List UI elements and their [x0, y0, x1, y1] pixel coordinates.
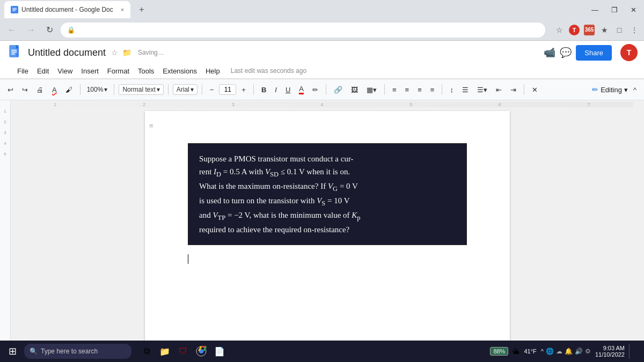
ms365-icon[interactable]: 365 — [584, 25, 595, 35]
user-avatar[interactable]: T — [620, 44, 638, 61]
reload-btn[interactable]: ↻ — [43, 23, 56, 37]
clear-format-btn[interactable]: ✕ — [529, 84, 541, 95]
browser-tab[interactable]: Untitled document - Google Doc × — [4, 1, 130, 18]
align-center-btn[interactable]: ≡ — [402, 84, 413, 95]
file-explorer-icon[interactable]: 📁 — [157, 344, 172, 359]
font-select[interactable]: Arial ▾ — [173, 84, 197, 95]
style-arrow: ▾ — [157, 86, 160, 93]
ruler-left: 1 2 3 4 5 — [0, 100, 11, 362]
indent-less-btn[interactable]: ⇤ — [493, 84, 505, 95]
style-select[interactable]: Normal text ▾ — [119, 84, 163, 95]
tray-arrow[interactable]: ^ — [541, 348, 544, 354]
editing-badge[interactable]: ✏ Editing ▾ — [592, 85, 628, 94]
comments-icon[interactable]: 💬 — [560, 47, 572, 58]
menu-insert[interactable]: Insert — [77, 65, 103, 77]
show-desktop-btn[interactable] — [629, 344, 640, 359]
spellcheck-btn[interactable]: A — [49, 84, 60, 95]
user-avatar-small: T — [569, 25, 580, 35]
doc-folder-icon[interactable]: 📁 — [122, 48, 131, 57]
menu-extensions[interactable]: Extensions — [158, 65, 201, 77]
font-size-plus-btn[interactable]: + — [238, 84, 249, 95]
font-size-minus-btn[interactable]: − — [207, 84, 217, 95]
doc-title[interactable]: Untitled document — [28, 47, 106, 58]
svg-rect-8 — [11, 51, 17, 53]
zoom-select[interactable]: 100% ▾ — [85, 85, 110, 94]
start-button[interactable]: ⊞ — [4, 343, 21, 359]
settings-icon[interactable]: ⚙ — [585, 348, 591, 355]
taskbar-right: 88% 🌥 41°F ^ 🌐 ☁ 🔔 🔊 ⚙ 9:03 AM 11/10/202… — [490, 344, 640, 359]
notifications-icon[interactable]: 🔔 — [565, 348, 573, 355]
line-spacing-btn[interactable]: ↕ — [447, 84, 457, 95]
forward-btn[interactable]: → — [24, 23, 39, 37]
bold-btn[interactable]: B — [258, 84, 269, 95]
menu-file[interactable]: File — [13, 65, 33, 77]
tab-close-btn[interactable]: × — [121, 6, 124, 13]
image-btn2[interactable]: ▦▾ — [363, 84, 380, 95]
security-icon[interactable]: 🛡 — [175, 344, 191, 359]
image-btn[interactable]: 🖼 — [348, 84, 361, 95]
zoom-value: 100% — [87, 86, 104, 93]
font-color-btn[interactable]: A — [296, 83, 307, 96]
list-check-btn[interactable]: ☰ — [459, 84, 472, 95]
separator4 — [202, 84, 202, 95]
back-btn[interactable]: ← — [4, 23, 19, 37]
align-left-btn[interactable]: ≡ — [389, 84, 400, 95]
doc-star-icon[interactable]: ☆ — [111, 48, 118, 57]
profile-icon[interactable]: T — [569, 25, 580, 35]
font-size-input[interactable] — [219, 84, 236, 95]
time-area: 9:03 AM 11/10/2022 — [595, 345, 625, 358]
battery-percent: 88% — [490, 347, 508, 356]
document-text-p1: Suppose a PMOS transistor must conduct a… — [199, 152, 456, 236]
last-edit-status: Last edit was seconds ago — [231, 67, 306, 75]
taskbar-search[interactable]: 🔍 Type here to search — [24, 344, 131, 359]
print-btn[interactable]: 🖨 — [33, 84, 47, 95]
extension2-icon[interactable]: □ — [614, 25, 625, 35]
justify-btn[interactable]: ≡ — [427, 84, 438, 95]
volume-icon[interactable]: 🔊 — [575, 348, 583, 355]
extension1-icon[interactable]: ★ — [599, 25, 610, 35]
svg-rect-7 — [11, 50, 17, 51]
network-icon[interactable]: 🌐 — [546, 348, 554, 355]
list-type-btn[interactable]: ☰▾ — [474, 84, 491, 95]
italic-btn[interactable]: I — [272, 84, 280, 95]
win-minimize-btn[interactable]: — — [588, 5, 602, 15]
menu-tools[interactable]: Tools — [134, 65, 158, 77]
align-right-btn[interactable]: ≡ — [414, 84, 425, 95]
link-btn[interactable]: 🔗 — [331, 84, 346, 95]
new-tab-btn[interactable]: + — [135, 3, 148, 17]
editing-arrow: ▾ — [624, 86, 628, 94]
weather-icon: 🌥 — [513, 348, 519, 356]
svg-rect-9 — [11, 54, 15, 55]
separator8 — [442, 84, 442, 95]
menu-edit[interactable]: Edit — [33, 65, 53, 77]
browser-menu-icon[interactable]: ⋮ — [629, 25, 640, 35]
docs-taskbar-icon[interactable]: 📄 — [212, 344, 227, 359]
top-ruler: 1 2 3 4 5 6 7 — [11, 102, 633, 107]
page-container[interactable]: 1 2 3 4 5 6 7 ≡ Suppose a PMOS transisto… — [11, 100, 644, 362]
win-close-btn[interactable]: ✕ — [627, 5, 640, 15]
redo-btn[interactable]: ↪ — [19, 84, 31, 95]
separator7 — [384, 84, 385, 95]
search-icon: 🔍 — [30, 348, 38, 355]
underline-btn[interactable]: U — [282, 84, 294, 95]
tab-favicon — [11, 6, 18, 13]
menu-format[interactable]: Format — [103, 65, 134, 77]
cloud-icon[interactable]: ☁ — [556, 348, 562, 355]
collapse-toolbar-btn[interactable]: ^ — [630, 84, 640, 95]
zoom-arrow: ▾ — [104, 86, 107, 93]
highlight-btn[interactable]: ✏ — [309, 84, 321, 95]
task-view-icon[interactable]: ⧉ — [139, 344, 154, 359]
document-page[interactable]: ≡ Suppose a PMOS transistor must conduct… — [145, 111, 510, 362]
font-arrow: ▾ — [191, 86, 194, 93]
win-maximize-btn[interactable]: ❐ — [608, 5, 621, 15]
menu-help[interactable]: Help — [201, 65, 224, 77]
undo-btn[interactable]: ↩ — [4, 84, 17, 95]
address-field[interactable]: 🔒 — [61, 23, 545, 38]
indent-more-btn[interactable]: ⇥ — [507, 84, 519, 95]
share-button[interactable]: Share — [576, 45, 612, 61]
chrome-icon[interactable] — [194, 344, 209, 359]
meet-icon[interactable]: 📹 — [544, 47, 555, 58]
menu-view[interactable]: View — [53, 65, 77, 77]
star-icon[interactable]: ☆ — [554, 25, 565, 35]
paint-format-btn[interactable]: 🖌 — [62, 84, 76, 95]
